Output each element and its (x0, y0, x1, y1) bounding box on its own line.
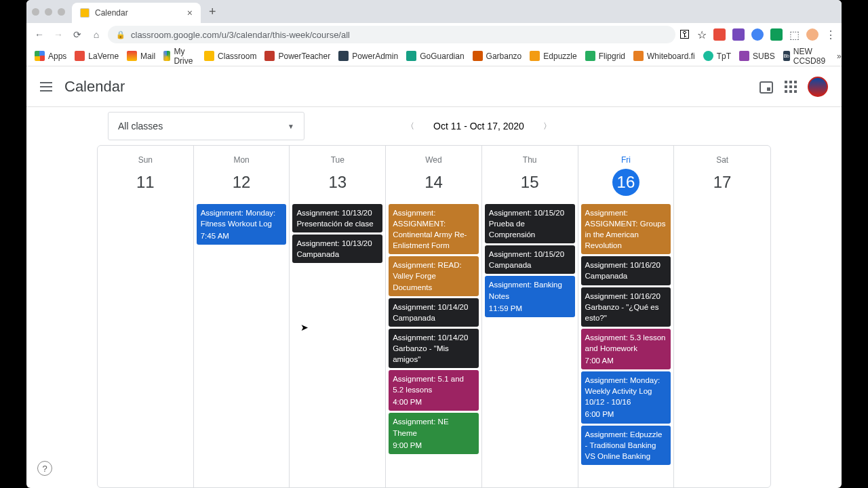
svg-rect-1 (767, 87, 770, 91)
day-column: Sat17 (674, 146, 770, 487)
bookmark-classroom[interactable]: Classroom (204, 51, 256, 61)
calendar-event[interactable]: Assignment: 5.1 and 5.2 lessons4:00 PM (389, 370, 479, 411)
profile-icon[interactable] (806, 28, 818, 41)
extensions-icon[interactable]: ⬚ (789, 28, 800, 41)
calendar-event[interactable]: Assignment: 10/16/20 Garbanzo - "¿Qué es… (581, 287, 671, 327)
day-name: Sat (674, 155, 770, 165)
bookmark-apps[interactable]: Apps (35, 51, 66, 61)
class-filter-dropdown[interactable]: All classes ▼ (108, 112, 304, 140)
home-button[interactable]: ⌂ (89, 27, 104, 42)
calendar-event[interactable]: Assignment: READ: Valley Forge Documents (389, 256, 479, 296)
bookmark-garbanzo[interactable]: Garbanzo (473, 51, 522, 61)
calendar-event[interactable]: Assignment: ASSIGNMENT: Continental Army… (389, 204, 479, 254)
bookmark-mail[interactable]: Mail (127, 51, 155, 61)
prev-week-button[interactable]: 〈 (406, 121, 414, 132)
calendar-event[interactable]: Assignment: 10/14/20 Garbanzo - "Mis ami… (389, 329, 479, 368)
day-name: Mon (194, 155, 290, 165)
day-column: Fri16Assignment: ASSIGNMENT: Groups in t… (578, 146, 675, 487)
bookmark-flipgrid[interactable]: Flipgrid (585, 51, 625, 61)
day-number: 17 (709, 169, 736, 196)
bookmark-poweradmin[interactable]: PowerAdmin (338, 51, 398, 61)
calendar-grid: Sun11Mon12Assignment: Monday: Fitness Wo… (97, 145, 771, 488)
next-week-button[interactable]: 〉 (543, 121, 551, 132)
new-tab-button[interactable]: + (209, 5, 216, 19)
day-column: Thu15Assignment: 10/15/20 Prueba de Comp… (482, 146, 578, 487)
app-header: Calendar (26, 66, 842, 107)
forward-button[interactable]: → (51, 27, 66, 42)
calendar-event[interactable]: Assignment: Monday: Weekly Activity Log … (581, 371, 671, 423)
star-icon[interactable]: ☆ (697, 28, 707, 41)
dropdown-label: All classes (118, 121, 163, 131)
calendar-event[interactable]: Assignment: 10/16/20 Campanada (581, 256, 671, 285)
bookmarks-overflow[interactable]: » (837, 52, 842, 61)
bookmark-tpt[interactable]: TpT (703, 51, 731, 61)
back-button[interactable]: ← (32, 27, 47, 42)
day-number: 15 (516, 169, 543, 196)
bookmark-laverne[interactable]: LaVerne (75, 51, 119, 61)
day-column: Wed14Assignment: ASSIGNMENT: Continental… (386, 146, 482, 487)
day-name: Sun (98, 155, 193, 165)
calendar-event[interactable]: Assignment: Monday: Fitness Workout Log7… (197, 204, 287, 245)
cursor: ➤ (300, 322, 309, 333)
url-text: classroom.google.com/u/3/calendar/this-w… (131, 30, 350, 40)
day-number: 14 (420, 169, 447, 196)
svg-rect-0 (760, 82, 772, 93)
calendar-event[interactable]: Assignment: Banking Notes11:59 PM (485, 276, 575, 317)
key-icon[interactable]: ⚿ (679, 28, 690, 41)
bookmark-subs[interactable]: SUBS (739, 51, 775, 61)
day-number: 16 (612, 169, 639, 196)
day-number: 13 (324, 169, 351, 196)
ext-icon-2[interactable] (732, 28, 745, 41)
lock-icon: 🔒 (116, 30, 125, 39)
url-bar: ← → ⟳ ⌂ 🔒 classroom.google.com/u/3/calen… (26, 23, 842, 46)
calendar-event[interactable]: Assignment: ASSIGNMENT: Groups in the Am… (581, 204, 671, 254)
bookmark-powerteacher[interactable]: PowerTeacher (264, 51, 330, 61)
address-bar[interactable]: 🔒 classroom.google.com/u/3/calendar/this… (108, 26, 675, 43)
page-title: Calendar (64, 78, 125, 96)
avatar[interactable] (808, 77, 828, 97)
calendar-event[interactable]: Assignment: 10/15/20 Prueba de Comprensi… (485, 204, 575, 243)
tab-title: Calendar (95, 8, 182, 18)
reload-button[interactable]: ⟳ (70, 27, 85, 42)
bookmark-edpuzzle[interactable]: Edpuzzle (530, 51, 576, 61)
tab-favicon (80, 8, 90, 18)
ext-icon-1[interactable] (713, 28, 726, 41)
bookmark-ccsd[interactable]: BbNEW CCSD89 (783, 47, 829, 66)
chevron-down-icon: ▼ (288, 123, 294, 130)
apps-icon[interactable] (785, 81, 797, 93)
day-name: Fri (578, 155, 674, 165)
today-icon[interactable] (759, 79, 774, 94)
tab-bar: Calendar × + (26, 0, 842, 23)
calendar-event[interactable]: Assignment: NE Theme9:00 PM (389, 413, 479, 453)
day-column: Mon12Assignment: Monday: Fitness Workout… (194, 146, 290, 487)
menu-button[interactable] (40, 82, 52, 92)
ext-icon-4[interactable] (770, 28, 783, 41)
ext-icon-3[interactable] (751, 28, 764, 41)
calendar-event[interactable]: Assignment: 10/15/20 Campanada (485, 245, 575, 274)
bookmark-whiteboard[interactable]: Whiteboard.fi (633, 51, 695, 61)
calendar-event[interactable]: Assignment: 10/13/20 Presentación de cla… (292, 204, 382, 232)
bookmark-drive[interactable]: My Drive (163, 47, 196, 66)
day-name: Tue (290, 155, 385, 165)
bookmarks-bar: Apps LaVerne Mail My Drive Classroom Pow… (26, 46, 842, 66)
day-name: Wed (386, 155, 481, 165)
calendar-event[interactable]: Assignment: 5.3 lesson and Homework7:00 … (581, 329, 671, 369)
calendar-event[interactable]: Assignment: 10/13/20 Campanada (292, 235, 382, 263)
calendar-event[interactable]: Assignment: Edpuzzle - Traditional Banki… (581, 426, 671, 465)
traffic-lights[interactable] (32, 8, 65, 16)
calendar-event[interactable]: Assignment: 10/14/20 Campanada (389, 298, 479, 327)
toolbar: All classes ▼ 〈 Oct 11 - Oct 17, 2020 〉 (26, 107, 842, 145)
close-icon[interactable]: × (187, 7, 193, 18)
bookmark-goguardian[interactable]: GoGuardian (406, 51, 464, 61)
help-button[interactable]: ? (37, 461, 52, 476)
day-name: Thu (482, 155, 578, 165)
menu-icon[interactable]: ⋮ (825, 28, 836, 41)
day-column: Tue13Assignment: 10/13/20 Presentación d… (290, 146, 386, 487)
day-number: 11 (132, 169, 159, 196)
date-range: Oct 11 - Oct 17, 2020 (433, 121, 524, 131)
browser-tab[interactable]: Calendar × (72, 3, 201, 23)
day-number: 12 (228, 169, 255, 196)
day-column: Sun11 (98, 146, 194, 487)
